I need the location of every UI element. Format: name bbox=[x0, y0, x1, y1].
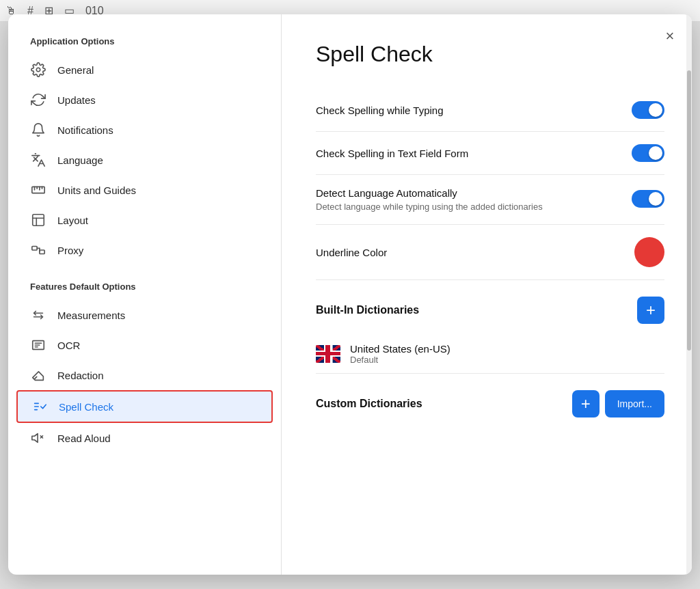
underline-color-label: Underline Color bbox=[316, 247, 387, 258]
setting-check-spelling-typing: Check Spelling while Typing bbox=[316, 89, 664, 132]
layout-icon bbox=[30, 212, 46, 228]
speaker-icon bbox=[30, 430, 46, 446]
app-options-title: Application Options bbox=[8, 36, 281, 55]
modal-overlay: 🖱 # ⊞ ▭ 010 × Application Options Genera… bbox=[0, 0, 700, 589]
svg-marker-19 bbox=[32, 434, 38, 443]
svg-rect-10 bbox=[40, 250, 44, 254]
ocr-icon bbox=[30, 337, 46, 353]
setting-detect-language: Detect Language Automatically Detect lan… bbox=[316, 175, 664, 225]
underline-color-swatch[interactable] bbox=[634, 237, 664, 267]
sidebar-label-ocr: OCR bbox=[57, 340, 80, 351]
add-custom-dict-button[interactable]: + bbox=[572, 390, 600, 417]
scrollbar-thumb bbox=[687, 70, 691, 351]
preferences-modal: × Application Options General Updates bbox=[8, 14, 692, 575]
main-content-area: Spell Check Check Spelling while Typing … bbox=[282, 14, 692, 575]
dict-default-en-us: Default bbox=[350, 355, 450, 365]
dict-name-en-us: United States (en-US) bbox=[350, 343, 450, 355]
translate-icon bbox=[30, 152, 46, 168]
proxy-icon bbox=[30, 242, 46, 258]
flag-uk-icon bbox=[316, 345, 340, 363]
ruler-icon bbox=[30, 182, 46, 198]
gear-icon bbox=[30, 61, 46, 78]
check-spelling-form-label: Check Spelling in Text Field Form bbox=[316, 148, 468, 159]
refresh-icon bbox=[30, 92, 46, 108]
features-options-title: Features Default Options bbox=[8, 282, 281, 300]
svg-rect-9 bbox=[32, 247, 37, 251]
sidebar-item-redaction[interactable]: Redaction bbox=[8, 360, 281, 390]
page-title: Spell Check bbox=[316, 42, 664, 67]
sidebar-item-proxy[interactable]: Proxy bbox=[8, 235, 281, 265]
scrollbar[interactable] bbox=[686, 14, 692, 575]
sidebar-item-general[interactable]: General bbox=[8, 55, 281, 85]
bell-icon bbox=[30, 122, 46, 138]
svg-rect-6 bbox=[33, 215, 44, 226]
detect-language-label: Detect Language Automatically bbox=[316, 187, 543, 199]
sidebar: Application Options General Updates bbox=[8, 14, 282, 575]
sidebar-item-read-aloud[interactable]: Read Aloud bbox=[8, 423, 281, 453]
sidebar-item-layout[interactable]: Layout bbox=[8, 205, 281, 235]
svg-point-0 bbox=[36, 68, 40, 72]
sidebar-label-layout: Layout bbox=[57, 215, 88, 226]
sidebar-label-measurements: Measurements bbox=[57, 310, 125, 321]
sidebar-label-updates: Updates bbox=[57, 94, 96, 106]
check-spelling-form-toggle[interactable] bbox=[632, 144, 664, 162]
dict-info-en-us: United States (en-US) Default bbox=[350, 343, 450, 365]
sidebar-label-notifications: Notifications bbox=[57, 124, 113, 136]
close-button[interactable]: × bbox=[659, 25, 681, 47]
section-gap bbox=[8, 265, 281, 282]
detect-language-sublabel: Detect language while typing using the a… bbox=[316, 202, 543, 212]
spellcheck-icon bbox=[31, 398, 48, 415]
sidebar-label-proxy: Proxy bbox=[57, 245, 83, 256]
sidebar-item-measurements[interactable]: Measurements bbox=[8, 300, 281, 330]
svg-rect-1 bbox=[32, 187, 44, 193]
setting-check-spelling-form: Check Spelling in Text Field Form bbox=[316, 132, 664, 175]
sidebar-item-ocr[interactable]: OCR bbox=[8, 330, 281, 360]
check-spelling-typing-toggle[interactable] bbox=[632, 101, 664, 119]
eraser-icon bbox=[30, 367, 46, 383]
dict-row-en-us: United States (en-US) Default bbox=[316, 335, 664, 374]
sidebar-item-updates[interactable]: Updates bbox=[8, 85, 281, 115]
arrows-icon bbox=[30, 307, 46, 323]
sidebar-item-units-guides[interactable]: Units and Guides bbox=[8, 175, 281, 205]
sidebar-label-read-aloud: Read Aloud bbox=[57, 433, 111, 444]
sidebar-item-spell-check[interactable]: Spell Check bbox=[16, 390, 273, 423]
sidebar-label-language: Language bbox=[57, 154, 103, 166]
sidebar-label-redaction: Redaction bbox=[57, 370, 104, 381]
built-in-dict-section-header: Built-In Dictionaries + bbox=[316, 280, 664, 335]
custom-dict-label: Custom Dictionaries bbox=[316, 398, 422, 410]
sidebar-label-spell-check: Spell Check bbox=[59, 401, 113, 413]
sidebar-item-notifications[interactable]: Notifications bbox=[8, 115, 281, 145]
built-in-dict-label: Built-In Dictionaries bbox=[316, 304, 419, 316]
add-built-in-dict-button[interactable]: + bbox=[637, 297, 664, 324]
sidebar-label-general: General bbox=[57, 64, 94, 76]
setting-underline-color: Underline Color bbox=[316, 225, 664, 280]
import-button[interactable]: Import... bbox=[605, 390, 664, 417]
sidebar-item-language[interactable]: Language bbox=[8, 145, 281, 175]
detect-language-toggle[interactable] bbox=[632, 190, 664, 208]
custom-dict-section-header: Custom Dictionaries + Import... bbox=[316, 374, 664, 428]
sidebar-label-units-guides: Units and Guides bbox=[57, 184, 136, 196]
check-spelling-typing-label: Check Spelling while Typing bbox=[316, 105, 444, 116]
